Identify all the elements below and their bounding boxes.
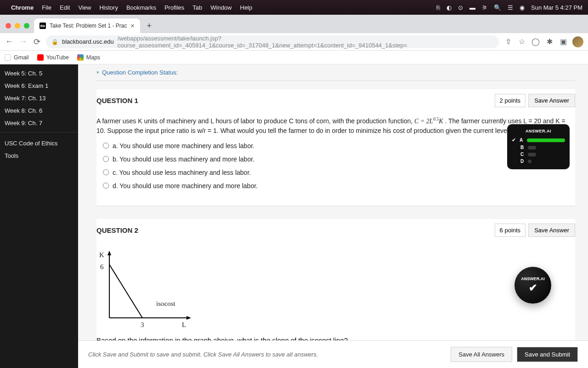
q1-radio-b[interactable]: [103, 156, 109, 162]
q1-heading: QUESTION 1: [96, 97, 138, 104]
sidebar-item-week9[interactable]: Week 9: Ch. 7: [0, 117, 78, 129]
siri-icon[interactable]: ◉: [520, 4, 525, 11]
q1-option-d[interactable]: d. You should use more machinery and mor…: [103, 179, 575, 193]
chrome-tabstrip: Bb Take Test: Problem Set 1 - Prac × +: [0, 15, 588, 33]
content-area: ▾ Question Completion Status: QUESTION 1…: [78, 64, 588, 368]
forward-button[interactable]: →: [18, 37, 28, 46]
axis-three-label: 3: [141, 320, 144, 330]
star-icon[interactable]: ☆: [517, 37, 526, 46]
ai-bar-d: [528, 160, 531, 163]
menu-file[interactable]: File: [42, 4, 51, 11]
axis-l-label: L: [182, 320, 186, 330]
omnibox[interactable]: 🔒 blackboard.usc.edu/webapps/assessment/…: [46, 35, 499, 48]
tab-favicon: Bb: [40, 23, 46, 29]
minimize-window-icon[interactable]: [15, 23, 20, 29]
zoom-window-icon[interactable]: [24, 23, 29, 29]
q1-exp: 0.5: [433, 116, 439, 121]
profile-avatar[interactable]: [572, 36, 583, 47]
tab-close-icon[interactable]: ×: [131, 22, 135, 29]
q1-radio-c[interactable]: [103, 169, 109, 175]
ai-row-d: D: [512, 159, 565, 164]
ai-bar-c: [528, 153, 536, 156]
answer-ai-overlay: ANSWER.AI ✔A B C D: [507, 124, 570, 169]
axis-six-label: 6: [100, 262, 104, 272]
new-tab-button[interactable]: +: [143, 19, 156, 32]
menu-tab[interactable]: Tab: [192, 4, 202, 11]
save-all-answers-button[interactable]: Save All Answers: [451, 347, 512, 362]
menu-history[interactable]: History: [99, 4, 118, 11]
control-center-icon[interactable]: ☰: [508, 4, 513, 11]
q1-radio-d[interactable]: [103, 183, 109, 189]
close-window-icon[interactable]: [6, 23, 11, 29]
bookmark-youtube[interactable]: YouTube: [37, 54, 69, 61]
app-name[interactable]: Chrome: [11, 4, 34, 11]
q1-text-a: A farmer uses K units of machinery and L…: [96, 117, 414, 125]
url-path: /webapps/assessment/take/launch.jsp?cour…: [118, 35, 493, 49]
q1-option-b-label: b. You should use less machinery and mor…: [113, 155, 254, 164]
ai-bar-b: [528, 146, 536, 150]
youtube-icon: [37, 54, 44, 61]
play-icon: ⊙: [458, 4, 463, 11]
maps-icon: [77, 54, 84, 61]
q1-points: 2 points: [495, 94, 526, 107]
traffic-lights[interactable]: [6, 23, 29, 29]
bookmark-youtube-label: YouTube: [46, 54, 69, 61]
q1-option-a-label: a. You should use more machinery and les…: [113, 141, 254, 151]
back-button[interactable]: ←: [5, 37, 14, 46]
q1-option-c[interactable]: c. You should use less machinery and les…: [103, 166, 575, 179]
ai-label-a: A: [520, 138, 524, 143]
tab-title: Take Test: Problem Set 1 - Prac: [50, 23, 127, 29]
course-sidebar: Week 5: Ch. 5 Week 6: Exam 1 Week 7: Ch.…: [0, 64, 78, 368]
sidebar-item-week5[interactable]: Week 5: Ch. 5: [0, 67, 78, 80]
sidebar-item-week7[interactable]: Week 7: Ch. 13: [0, 92, 78, 104]
spotlight-icon[interactable]: 🔍: [494, 4, 501, 11]
q1-option-a[interactable]: a. You should use more machinery and les…: [103, 139, 575, 153]
share-icon[interactable]: ⇧: [503, 37, 513, 46]
menu-bookmarks[interactable]: Bookmarks: [126, 4, 156, 11]
reload-button[interactable]: ⟳: [32, 37, 41, 47]
ai-label-d: D: [520, 159, 525, 164]
axis-k-label: K: [99, 250, 104, 260]
menu-view[interactable]: View: [78, 4, 91, 11]
answer-ai-badge[interactable]: ANSWER.AI ✔: [514, 267, 551, 304]
extensions-icon[interactable]: ✱: [545, 37, 554, 46]
rewind-icon: ◐: [447, 4, 452, 11]
check-icon: ✔: [512, 137, 516, 143]
ai-bar-a: [527, 138, 565, 142]
q2-points: 6 points: [495, 224, 526, 237]
svg-marker-3: [187, 316, 191, 320]
ext1-icon[interactable]: ◯: [531, 37, 540, 46]
sidepanel-icon[interactable]: ▣: [559, 37, 568, 46]
bookmark-maps[interactable]: Maps: [77, 54, 101, 61]
q1-formula-k: K: [439, 118, 443, 125]
sidebar-item-week8[interactable]: Week 8: Ch. 6: [0, 104, 78, 117]
sidebar-item-ethics[interactable]: USC Code of Ethics: [0, 137, 78, 150]
bookmark-gmail[interactable]: Gmail: [5, 54, 29, 61]
browser-tab[interactable]: Bb Take Test: Problem Set 1 - Prac ×: [34, 18, 140, 33]
bookmark-gmail-label: Gmail: [14, 54, 29, 61]
menu-help[interactable]: Help: [240, 4, 253, 11]
menu-profiles[interactable]: Profiles: [164, 4, 184, 11]
menu-edit[interactable]: Edit: [60, 4, 70, 11]
q1-save-button[interactable]: Save Answer: [528, 94, 575, 107]
completion-status[interactable]: ▾ Question Completion Status:: [96, 64, 575, 80]
q1-radio-a[interactable]: [103, 143, 109, 149]
q1-option-b[interactable]: b. You should use less machinery and mor…: [103, 153, 575, 166]
wifi-icon: ⚞: [482, 4, 487, 11]
q2-save-button[interactable]: Save Answer: [528, 224, 575, 237]
checkmark-icon: ✔: [529, 282, 537, 294]
menu-window[interactable]: Window: [210, 4, 232, 11]
isocost-label: isocost: [156, 299, 175, 309]
sidebar-item-week6[interactable]: Week 6: Exam 1: [0, 80, 78, 92]
q1-body: A farmer uses K units of machinery and L…: [96, 113, 575, 197]
page: Week 5: Ch. 5 Week 6: Exam 1 Week 7: Ch.…: [0, 64, 588, 368]
svg-line-4: [109, 264, 142, 318]
footer-hint: Click Save and Submit to save and submit…: [88, 351, 318, 358]
svg-marker-1: [107, 251, 111, 255]
chevron-down-icon: ▾: [96, 69, 99, 75]
save-and-submit-button[interactable]: Save and Submit: [517, 347, 578, 362]
sidebar-item-tools[interactable]: Tools: [0, 150, 78, 162]
ai-badge-title: ANSWER.AI: [521, 276, 545, 281]
status-icon: ⎘: [436, 4, 440, 11]
question-1: QUESTION 1 2 points Save Answer A farmer…: [96, 89, 575, 206]
